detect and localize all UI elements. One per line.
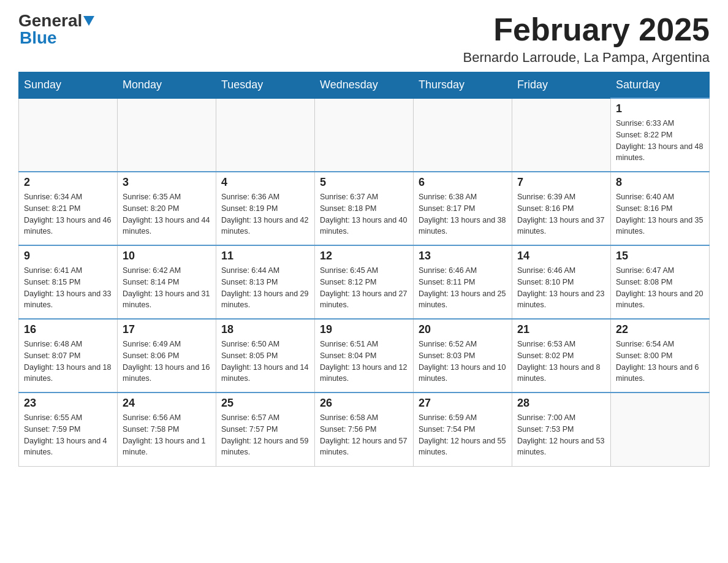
calendar-week-4: 23Sunrise: 6:55 AM Sunset: 7:59 PM Dayli… xyxy=(19,393,710,466)
day-number: 12 xyxy=(320,250,408,262)
day-info: Sunrise: 6:40 AM Sunset: 8:16 PM Dayligh… xyxy=(616,191,704,237)
day-number: 22 xyxy=(616,323,704,336)
weekday-header-thursday: Thursday xyxy=(414,72,512,99)
calendar-cell: 1Sunrise: 6:33 AM Sunset: 8:22 PM Daylig… xyxy=(611,98,710,172)
calendar-cell: 20Sunrise: 6:52 AM Sunset: 8:03 PM Dayli… xyxy=(414,319,512,393)
logo-general-text: General xyxy=(18,12,82,29)
weekday-header-tuesday: Tuesday xyxy=(216,72,315,99)
day-info: Sunrise: 6:47 AM Sunset: 8:08 PM Dayligh… xyxy=(616,265,704,311)
day-info: Sunrise: 6:56 AM Sunset: 7:58 PM Dayligh… xyxy=(123,412,211,458)
calendar-cell: 7Sunrise: 6:39 AM Sunset: 8:16 PM Daylig… xyxy=(512,172,611,245)
day-number: 6 xyxy=(419,176,507,189)
calendar-table: SundayMondayTuesdayWednesdayThursdayFrid… xyxy=(18,72,710,467)
calendar-cell xyxy=(611,393,710,466)
day-number: 15 xyxy=(616,250,704,262)
calendar-cell: 3Sunrise: 6:35 AM Sunset: 8:20 PM Daylig… xyxy=(118,172,216,245)
weekday-header-friday: Friday xyxy=(512,72,611,99)
calendar-cell: 25Sunrise: 6:57 AM Sunset: 7:57 PM Dayli… xyxy=(216,393,315,466)
day-number: 24 xyxy=(123,397,211,410)
calendar-cell: 10Sunrise: 6:42 AM Sunset: 8:14 PM Dayli… xyxy=(118,245,216,319)
logo-blue-text: Blue xyxy=(20,29,96,47)
day-number: 16 xyxy=(24,323,112,336)
day-number: 21 xyxy=(517,323,605,336)
day-number: 11 xyxy=(221,250,309,262)
month-title: February 2025 xyxy=(463,12,710,47)
calendar-week-3: 16Sunrise: 6:48 AM Sunset: 8:07 PM Dayli… xyxy=(19,319,710,393)
day-number: 10 xyxy=(123,250,211,262)
day-info: Sunrise: 6:41 AM Sunset: 8:15 PM Dayligh… xyxy=(24,265,112,311)
calendar-week-2: 9Sunrise: 6:41 AM Sunset: 8:15 PM Daylig… xyxy=(19,245,710,319)
calendar-cell: 9Sunrise: 6:41 AM Sunset: 8:15 PM Daylig… xyxy=(19,245,118,319)
day-info: Sunrise: 6:36 AM Sunset: 8:19 PM Dayligh… xyxy=(221,191,309,237)
day-info: Sunrise: 6:52 AM Sunset: 8:03 PM Dayligh… xyxy=(419,339,507,385)
calendar-cell xyxy=(315,98,414,172)
day-number: 20 xyxy=(419,323,507,336)
calendar-cell: 23Sunrise: 6:55 AM Sunset: 7:59 PM Dayli… xyxy=(19,393,118,466)
day-info: Sunrise: 6:46 AM Sunset: 8:10 PM Dayligh… xyxy=(517,265,605,311)
calendar-cell: 8Sunrise: 6:40 AM Sunset: 8:16 PM Daylig… xyxy=(611,172,710,245)
calendar-cell xyxy=(512,98,611,172)
title-section: February 2025 Bernardo Larroude, La Pamp… xyxy=(463,12,710,66)
calendar-cell: 16Sunrise: 6:48 AM Sunset: 8:07 PM Dayli… xyxy=(19,319,118,393)
calendar-cell: 15Sunrise: 6:47 AM Sunset: 8:08 PM Dayli… xyxy=(611,245,710,319)
page-header: General Blue February 2025 Bernardo Larr… xyxy=(18,12,710,66)
day-number: 25 xyxy=(221,397,309,410)
day-number: 18 xyxy=(221,323,309,336)
calendar-cell: 12Sunrise: 6:45 AM Sunset: 8:12 PM Dayli… xyxy=(315,245,414,319)
day-info: Sunrise: 6:45 AM Sunset: 8:12 PM Dayligh… xyxy=(320,265,408,311)
calendar-cell: 6Sunrise: 6:38 AM Sunset: 8:17 PM Daylig… xyxy=(414,172,512,245)
calendar-cell: 13Sunrise: 6:46 AM Sunset: 8:11 PM Dayli… xyxy=(414,245,512,319)
day-number: 13 xyxy=(419,250,507,262)
day-number: 4 xyxy=(221,176,309,189)
day-info: Sunrise: 6:48 AM Sunset: 8:07 PM Dayligh… xyxy=(24,339,112,385)
weekday-header-saturday: Saturday xyxy=(611,72,710,99)
calendar-cell: 27Sunrise: 6:59 AM Sunset: 7:54 PM Dayli… xyxy=(414,393,512,466)
day-number: 5 xyxy=(320,176,408,189)
day-info: Sunrise: 6:55 AM Sunset: 7:59 PM Dayligh… xyxy=(24,412,112,458)
svg-marker-0 xyxy=(83,16,94,26)
calendar-cell: 5Sunrise: 6:37 AM Sunset: 8:18 PM Daylig… xyxy=(315,172,414,245)
day-number: 8 xyxy=(616,176,704,189)
day-number: 7 xyxy=(517,176,605,189)
day-info: Sunrise: 6:39 AM Sunset: 8:16 PM Dayligh… xyxy=(517,191,605,237)
day-info: Sunrise: 7:00 AM Sunset: 7:53 PM Dayligh… xyxy=(517,412,605,458)
day-number: 23 xyxy=(24,397,112,410)
logo-arrow-icon xyxy=(83,16,96,28)
weekday-header-sunday: Sunday xyxy=(19,72,118,99)
day-info: Sunrise: 6:54 AM Sunset: 8:00 PM Dayligh… xyxy=(616,339,704,385)
calendar-cell: 22Sunrise: 6:54 AM Sunset: 8:00 PM Dayli… xyxy=(611,319,710,393)
weekday-header-row: SundayMondayTuesdayWednesdayThursdayFrid… xyxy=(19,72,710,99)
day-info: Sunrise: 6:42 AM Sunset: 8:14 PM Dayligh… xyxy=(123,265,211,311)
day-info: Sunrise: 6:49 AM Sunset: 8:06 PM Dayligh… xyxy=(123,339,211,385)
calendar-cell: 19Sunrise: 6:51 AM Sunset: 8:04 PM Dayli… xyxy=(315,319,414,393)
calendar-cell: 4Sunrise: 6:36 AM Sunset: 8:19 PM Daylig… xyxy=(216,172,315,245)
calendar-cell: 26Sunrise: 6:58 AM Sunset: 7:56 PM Dayli… xyxy=(315,393,414,466)
calendar-cell: 21Sunrise: 6:53 AM Sunset: 8:02 PM Dayli… xyxy=(512,319,611,393)
calendar-cell xyxy=(19,98,118,172)
day-info: Sunrise: 6:51 AM Sunset: 8:04 PM Dayligh… xyxy=(320,339,408,385)
calendar-cell: 17Sunrise: 6:49 AM Sunset: 8:06 PM Dayli… xyxy=(118,319,216,393)
location-subtitle: Bernardo Larroude, La Pampa, Argentina xyxy=(463,50,710,66)
day-number: 19 xyxy=(320,323,408,336)
calendar-cell: 18Sunrise: 6:50 AM Sunset: 8:05 PM Dayli… xyxy=(216,319,315,393)
day-info: Sunrise: 6:34 AM Sunset: 8:21 PM Dayligh… xyxy=(24,191,112,237)
calendar-week-0: 1Sunrise: 6:33 AM Sunset: 8:22 PM Daylig… xyxy=(19,98,710,172)
day-number: 1 xyxy=(616,102,704,115)
calendar-cell: 2Sunrise: 6:34 AM Sunset: 8:21 PM Daylig… xyxy=(19,172,118,245)
day-info: Sunrise: 6:58 AM Sunset: 7:56 PM Dayligh… xyxy=(320,412,408,458)
day-number: 14 xyxy=(517,250,605,262)
day-info: Sunrise: 6:37 AM Sunset: 8:18 PM Dayligh… xyxy=(320,191,408,237)
day-info: Sunrise: 6:59 AM Sunset: 7:54 PM Dayligh… xyxy=(419,412,507,458)
calendar-week-1: 2Sunrise: 6:34 AM Sunset: 8:21 PM Daylig… xyxy=(19,172,710,245)
calendar-cell: 11Sunrise: 6:44 AM Sunset: 8:13 PM Dayli… xyxy=(216,245,315,319)
day-info: Sunrise: 6:35 AM Sunset: 8:20 PM Dayligh… xyxy=(123,191,211,237)
calendar-cell xyxy=(414,98,512,172)
day-info: Sunrise: 6:57 AM Sunset: 7:57 PM Dayligh… xyxy=(221,412,309,458)
day-info: Sunrise: 6:44 AM Sunset: 8:13 PM Dayligh… xyxy=(221,265,309,311)
day-number: 17 xyxy=(123,323,211,336)
calendar-cell: 24Sunrise: 6:56 AM Sunset: 7:58 PM Dayli… xyxy=(118,393,216,466)
day-number: 9 xyxy=(24,250,112,262)
calendar-cell: 14Sunrise: 6:46 AM Sunset: 8:10 PM Dayli… xyxy=(512,245,611,319)
calendar-cell: 28Sunrise: 7:00 AM Sunset: 7:53 PM Dayli… xyxy=(512,393,611,466)
day-info: Sunrise: 6:46 AM Sunset: 8:11 PM Dayligh… xyxy=(419,265,507,311)
